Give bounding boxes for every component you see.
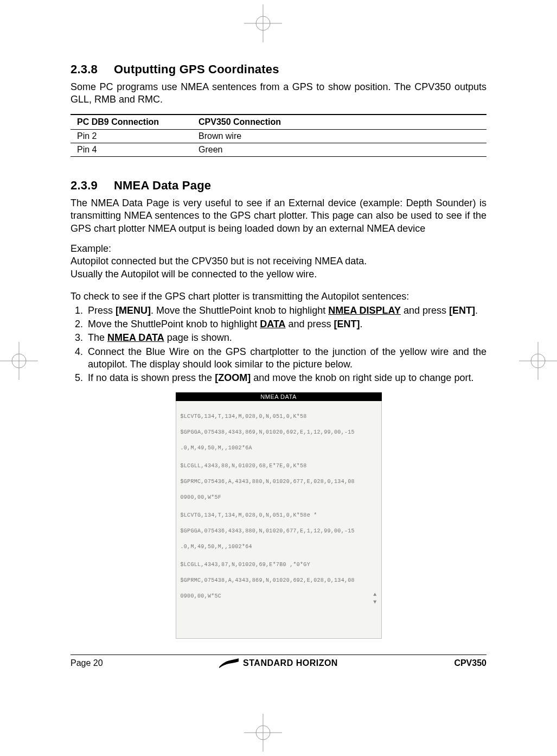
- nmea-line: .0,M,49,50,M,,1002*64: [181, 543, 377, 551]
- nmea-line: 0900,00,W*5F: [181, 494, 377, 502]
- nmea-line: $GPGGA,075438,4343,869,N,01020,692,E,1,1…: [181, 429, 377, 437]
- example-line-2: Usually the Autopilot will be connected …: [71, 269, 317, 279]
- nmea-line: .0,M,49,50,M,,1002*6A: [181, 444, 377, 453]
- svg-point-8: [12, 354, 26, 368]
- page-number: Page 20: [71, 658, 103, 668]
- brand-text: STANDARD HORIZON: [243, 658, 338, 668]
- registration-mark-right: [519, 342, 557, 380]
- steps-intro: To check to see if the GPS chart plotter…: [71, 290, 486, 303]
- col-header-pcdb9: PC DB9 Connection: [71, 115, 192, 130]
- nmea-line: $GPRMC,075438,A,4343,869,N,01020,692,E,0…: [181, 577, 377, 585]
- cell-wire: Green: [192, 143, 486, 156]
- brand-swoosh-icon: [219, 658, 239, 668]
- table-row: Pin 2 Brown wire: [71, 129, 486, 143]
- step-5: If no data is shown press the [ZOOM] and…: [86, 372, 486, 384]
- section-title: Outputting GPS Coordinates: [114, 62, 279, 76]
- col-header-cpv350: CPV350 Connection: [192, 115, 486, 130]
- registration-mark-left: [0, 342, 38, 380]
- page-footer: Page 20 STANDARD HORIZON CPV350: [71, 655, 486, 668]
- section-intro-238: Some PC programs use NMEA sentences from…: [71, 81, 486, 106]
- cell-pin: Pin 4: [71, 143, 192, 156]
- scroll-indicator-icon: ▲▼: [373, 591, 376, 607]
- step-3: The NMEA DATA page is shown.: [86, 332, 486, 344]
- key-menu: [MENU]: [116, 305, 151, 316]
- key-ent: [ENT]: [449, 305, 475, 316]
- cell-pin: Pin 2: [71, 129, 192, 143]
- section-intro-239: The NMEA Data Page is very useful to see…: [71, 197, 486, 235]
- step-2: Move the ShuttlePoint knob to highlight …: [86, 318, 486, 331]
- nmea-line: $LCGLL,4343,87,N,01020,69,E*7B0 ,*0*GY: [181, 561, 377, 569]
- brand-logo: STANDARD HORIZON: [219, 658, 338, 668]
- key-ent: [ENT]: [334, 319, 360, 329]
- section-heading-239: 2.3.9NMEA Data Page: [71, 179, 486, 193]
- svg-point-11: [531, 354, 545, 368]
- model-number: CPV350: [454, 658, 486, 668]
- steps-list: Press [MENU]. Move the ShuttlePoint knob…: [71, 304, 486, 385]
- example-block: Example: Autopilot connected but the CPV…: [71, 243, 486, 281]
- svg-point-2: [256, 16, 270, 30]
- step-1: Press [MENU]. Move the ShuttlePoint knob…: [86, 304, 486, 317]
- key-zoom: [ZOOM]: [215, 372, 251, 383]
- example-line-1: Autopilot connected but the CPV350 but i…: [71, 256, 367, 266]
- menu-data: DATA: [260, 319, 285, 329]
- menu-nmea-display: NMEA DISPLAY: [328, 305, 401, 316]
- section-title: NMEA Data Page: [114, 179, 211, 192]
- connection-table: PC DB9 Connection CPV350 Connection Pin …: [71, 114, 486, 157]
- nmea-line: $LCVTG,134,T,134,M,028,0,N,051,0,K*58e *: [181, 512, 377, 520]
- nmea-line: $GPGGA,075436,4343,880,N,01020,677,E,1,1…: [181, 528, 377, 536]
- cell-wire: Brown wire: [192, 129, 486, 143]
- table-row: Pin 4 Green: [71, 143, 486, 156]
- nmea-line: $LCVTG,134,T,134,M,028,0,N,051,0,K*58: [181, 413, 377, 421]
- section-number: 2.3.9: [71, 179, 114, 193]
- registration-mark-top: [244, 4, 282, 42]
- nmea-line: 0900,00,W*5C: [181, 593, 377, 601]
- registration-mark-bottom: [244, 714, 282, 752]
- example-label: Example:: [71, 243, 111, 254]
- svg-point-5: [256, 726, 270, 740]
- menu-nmea-data: NMEA DATA: [107, 332, 164, 343]
- section-number: 2.3.8: [71, 62, 114, 77]
- step-4: Connect the Blue Wire on the GPS chartpl…: [86, 346, 486, 371]
- page-content: 2.3.8Outputting GPS Coordinates Some PC …: [71, 62, 486, 639]
- nmea-figure-body: $LCVTG,134,T,134,M,028,0,N,051,0,K*58 $G…: [176, 401, 382, 639]
- section-heading-238: 2.3.8Outputting GPS Coordinates: [71, 62, 486, 77]
- nmea-line: $LCGLL,4343,88,N,01020,68,E*7E,0,K*58: [181, 462, 377, 471]
- nmea-figure-title: NMEA DATA: [176, 392, 382, 401]
- nmea-data-figure: NMEA DATA $LCVTG,134,T,134,M,028,0,N,051…: [176, 392, 382, 639]
- nmea-line: $GPRMC,075436,A,4343,880,N,01020,677,E,0…: [181, 478, 377, 486]
